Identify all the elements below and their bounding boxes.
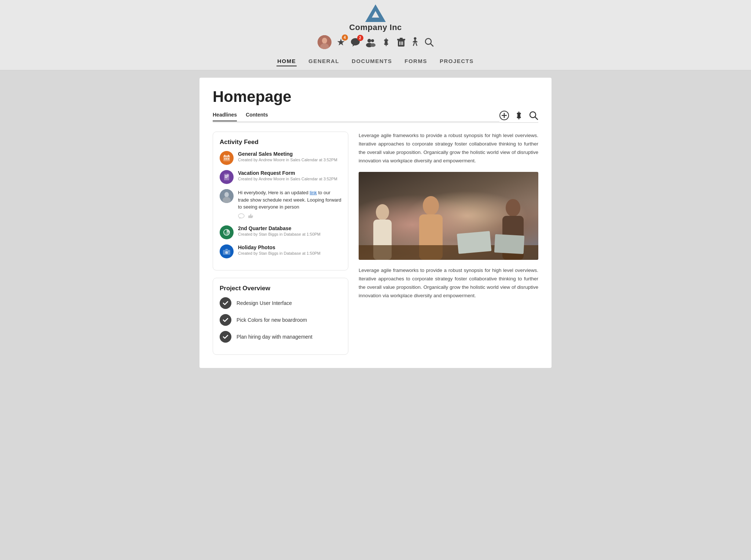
logo-triangle-icon <box>365 4 386 22</box>
svg-point-5 <box>367 39 371 43</box>
walk-button[interactable] <box>411 37 419 47</box>
checkmark-icon-2 <box>223 317 228 323</box>
users-button[interactable] <box>366 37 376 47</box>
trash-button[interactable] <box>396 37 406 47</box>
svg-rect-32 <box>223 155 230 157</box>
feed-link[interactable]: link <box>310 190 317 195</box>
svg-line-20 <box>416 43 417 46</box>
laptop-decoration-2 <box>494 234 525 254</box>
svg-rect-13 <box>399 41 400 45</box>
feed-avatar-3 <box>220 189 234 203</box>
activity-feed-card: Activity Feed <box>213 132 348 270</box>
svg-line-24 <box>431 44 433 46</box>
feed-content-3: Hi everybody, Here is an updated link to… <box>238 189 341 220</box>
right-column: Leverage agile frameworks to provide a r… <box>359 132 538 355</box>
svg-point-8 <box>370 43 376 47</box>
toolbar: ★ 4 2 <box>318 35 434 49</box>
laptop-decoration-1 <box>457 231 491 254</box>
comment-bubble-icon <box>238 213 245 219</box>
svg-rect-12 <box>400 38 403 39</box>
left-column: Activity Feed <box>213 132 348 355</box>
feed-item-3: Hi everybody, Here is an updated link to… <box>220 189 341 220</box>
svg-point-51 <box>226 251 228 253</box>
users-icon <box>366 37 376 47</box>
feed-meta-4: Created by Stan Biggs in Database at 1:5… <box>238 232 341 236</box>
feed-icon-calendar <box>220 151 234 165</box>
search-button[interactable] <box>424 37 434 47</box>
feed-meta-1: Created by Andrew Moore in Sales Calenda… <box>238 158 341 162</box>
main-nav: HOME GENERAL DOCUMENTS FORMS PROJECTS <box>276 53 475 70</box>
header: Company Inc ★ 4 2 <box>0 0 751 70</box>
feed-icon-chart <box>220 225 234 239</box>
page-search-button[interactable] <box>529 111 538 122</box>
feed-actions <box>238 213 341 220</box>
walk-icon <box>411 37 419 47</box>
svg-rect-34 <box>228 155 229 156</box>
svg-line-19 <box>413 43 414 46</box>
nav-item-general[interactable]: GENERAL <box>308 56 340 66</box>
svg-rect-47 <box>248 215 250 218</box>
thumbs-up-icon <box>248 213 254 219</box>
page-settings-button[interactable] <box>514 111 524 122</box>
svg-point-43 <box>224 192 229 197</box>
feed-title-5: Holiday Photos <box>238 244 341 250</box>
two-col-layout: Activity Feed <box>213 132 538 355</box>
project-item-1: Redesign User Interface <box>220 297 341 309</box>
svg-rect-14 <box>401 41 402 45</box>
feed-meta-2: Created by Andrew Moore in Sales Calenda… <box>238 177 341 181</box>
activity-feed-title: Activity Feed <box>220 139 341 146</box>
company-logo: Company Inc <box>349 4 402 32</box>
svg-rect-35 <box>224 158 226 159</box>
add-icon <box>499 111 509 120</box>
content-area: Homepage Headlines Contents <box>199 78 552 368</box>
project-item-2: Pick Colors for new boardroom <box>220 314 341 326</box>
avatar-button[interactable] <box>318 35 331 49</box>
project-overview-title: Project Overview <box>220 285 341 292</box>
svg-point-1 <box>322 38 327 44</box>
trash-icon <box>396 37 406 47</box>
nav-item-forms[interactable]: FORMS <box>404 56 428 66</box>
feed-title-4: 2nd Quarter Database <box>238 225 341 231</box>
svg-point-45 <box>238 214 244 218</box>
page-title: Homepage <box>213 88 538 106</box>
svg-rect-38 <box>224 174 229 180</box>
svg-point-52 <box>228 250 229 251</box>
tab-contents[interactable]: Contents <box>246 112 268 121</box>
content-tabs: Headlines Contents <box>213 112 499 122</box>
nav-item-projects[interactable]: PROJECTS <box>439 56 475 66</box>
feed-content-4: 2nd Quarter Database Created by Stan Big… <box>238 225 341 236</box>
svg-line-30 <box>535 117 538 119</box>
chart-icon <box>223 229 230 236</box>
article-paragraph-1: Leverage agile frameworks to provide a r… <box>359 132 538 165</box>
svg-rect-41 <box>225 177 227 178</box>
search-icon <box>424 37 434 47</box>
article-image-inner <box>359 172 538 260</box>
check-circle-3 <box>220 331 231 343</box>
chat-badge: 2 <box>357 35 363 41</box>
feed-text-before: Hi everybody, Here is an updated <box>238 190 310 195</box>
page-settings-icon <box>514 111 524 120</box>
svg-rect-15 <box>402 41 403 45</box>
project-item-3: Plan hiring day with management <box>220 331 341 343</box>
chat-button[interactable]: 2 <box>350 37 360 47</box>
svg-rect-37 <box>228 158 229 159</box>
comment-icon[interactable] <box>238 213 245 220</box>
svg-point-57 <box>506 199 520 217</box>
add-button[interactable] <box>499 111 509 122</box>
svg-rect-36 <box>226 158 227 159</box>
checkmark-icon-3 <box>223 334 228 340</box>
content-actions <box>499 111 538 122</box>
favorites-button[interactable]: ★ 4 <box>337 37 345 48</box>
nav-item-documents[interactable]: DOCUMENTS <box>351 56 393 66</box>
svg-point-55 <box>423 196 439 215</box>
svg-rect-40 <box>225 176 228 177</box>
tab-headlines[interactable]: Headlines <box>213 112 237 121</box>
check-circle-1 <box>220 297 231 309</box>
project-label-2: Pick Colors for new boardroom <box>237 317 307 323</box>
feed-title-1: General Sales Meeting <box>238 151 341 157</box>
settings-button[interactable] <box>381 37 391 47</box>
company-name: Company Inc <box>349 23 402 32</box>
nav-item-home[interactable]: HOME <box>276 56 297 66</box>
document-icon <box>223 173 230 181</box>
like-icon[interactable] <box>248 213 254 220</box>
